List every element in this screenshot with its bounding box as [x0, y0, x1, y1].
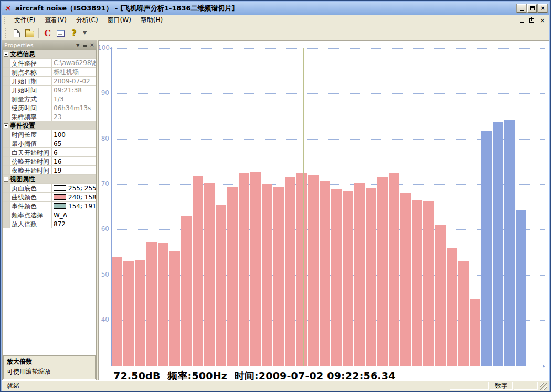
- spectrum-bar[interactable]: [423, 201, 434, 366]
- property-row[interactable]: 曲线颜色240; 158; 158: [3, 193, 96, 202]
- spectrum-bar[interactable]: [435, 225, 446, 366]
- property-value[interactable]: C:\awa6298\机场: [52, 59, 96, 67]
- spectrum-bar[interactable]: [169, 251, 180, 366]
- crosshair-vertical-line[interactable]: [303, 48, 304, 366]
- event-bar[interactable]: [516, 210, 526, 366]
- menu-help[interactable]: 帮助(H): [136, 14, 167, 26]
- menu-window[interactable]: 窗口(W): [103, 14, 136, 26]
- spectrum-bar[interactable]: [285, 177, 295, 366]
- panel-pin-icon[interactable]: [83, 43, 87, 47]
- property-value[interactable]: 栎社机场: [52, 68, 96, 76]
- property-row[interactable]: 文件路径C:\awa6298\机场: [3, 59, 96, 68]
- spectrum-bar[interactable]: [193, 176, 203, 366]
- panel-dropdown-icon[interactable]: ▼: [76, 43, 80, 48]
- properties-panel-header[interactable]: Properties ▼ ×: [2, 40, 97, 50]
- property-value[interactable]: 872: [52, 219, 96, 228]
- spectrum-bar[interactable]: [331, 189, 342, 366]
- property-row[interactable]: 测点名称栎社机场: [3, 68, 96, 77]
- menu-analysis[interactable]: 分析(C): [71, 14, 103, 26]
- spectrum-bar[interactable]: [458, 261, 469, 366]
- spectrum-bar[interactable]: [123, 261, 134, 366]
- spectrum-bar[interactable]: [447, 248, 457, 366]
- crosshair-horizontal-line[interactable]: [111, 173, 545, 173]
- property-value[interactable]: 255; 255; 255: [52, 184, 96, 192]
- property-row[interactable]: 开始日期2009-07-02: [3, 77, 96, 86]
- property-row[interactable]: 夜晚开始时间19: [3, 166, 96, 175]
- property-row[interactable]: 放大倍数872: [3, 219, 96, 228]
- event-bar[interactable]: [504, 120, 515, 366]
- collapse-icon[interactable]: [4, 52, 8, 57]
- spectrum-bar[interactable]: [181, 216, 192, 366]
- property-value[interactable]: W_A: [52, 210, 96, 219]
- collapse-icon[interactable]: [4, 123, 8, 128]
- panel-close-icon[interactable]: ×: [90, 43, 94, 48]
- collapse-icon[interactable]: [4, 177, 8, 182]
- property-row[interactable]: 白天开始时间6: [3, 148, 96, 157]
- spectrum-bar[interactable]: [389, 173, 399, 366]
- property-section-header[interactable]: 视图属性: [3, 175, 96, 184]
- menu-view[interactable]: 查看(V): [40, 14, 71, 26]
- property-row[interactable]: 测量方式1/3: [3, 94, 96, 103]
- property-row[interactable]: 频率点选择W_A: [3, 210, 96, 219]
- spectrum-bar[interactable]: [377, 177, 388, 366]
- spectrum-bar[interactable]: [135, 260, 145, 366]
- maximize-button[interactable]: [527, 4, 537, 13]
- property-value[interactable]: 06h34m13s: [52, 103, 96, 112]
- spectrum-bar[interactable]: [204, 183, 215, 366]
- help-button[interactable]: ?: [68, 27, 80, 39]
- menu-file[interactable]: 文件(F): [9, 14, 40, 26]
- open-file-button[interactable]: [24, 27, 36, 39]
- spectrum-bar[interactable]: [273, 187, 284, 366]
- spectrum-bar[interactable]: [470, 299, 480, 366]
- toolbar-overflow-button[interactable]: ▼: [82, 31, 88, 35]
- property-row[interactable]: 经历时间06h34m13s: [3, 103, 96, 112]
- property-value[interactable]: 23: [52, 112, 96, 121]
- mdi-restore-icon[interactable]: [529, 18, 534, 23]
- property-value[interactable]: 16: [52, 157, 96, 165]
- spectrum-bar[interactable]: [354, 183, 365, 366]
- property-row[interactable]: 事件颜色154; 191; 184: [3, 202, 96, 210]
- property-row[interactable]: 最小阈值65: [3, 139, 96, 148]
- spectrum-bar[interactable]: [400, 193, 411, 366]
- close-button[interactable]: ×: [538, 4, 547, 13]
- property-row[interactable]: 采样频率23: [3, 112, 96, 121]
- analysis-c-button[interactable]: C: [41, 27, 54, 39]
- title-bar[interactable]: ✈ aircraft noise（ISO3891） - [飞机噪声分析1-183…: [2, 2, 549, 15]
- spectrum-bar[interactable]: [320, 181, 330, 366]
- property-value[interactable]: 154; 191; 184: [52, 202, 96, 210]
- spectrum-bar[interactable]: [239, 173, 249, 366]
- properties-button[interactable]: [55, 27, 67, 39]
- property-value[interactable]: 19: [52, 166, 96, 174]
- spectrum-bar[interactable]: [227, 187, 238, 366]
- spectrum-bar[interactable]: [250, 172, 261, 366]
- property-row[interactable]: 时间长度100: [3, 130, 96, 139]
- property-value[interactable]: 2009-07-02: [52, 77, 96, 85]
- spectrum-bar[interactable]: [412, 200, 422, 366]
- event-bar[interactable]: [493, 122, 503, 366]
- property-section-header[interactable]: 文档信息: [3, 50, 96, 59]
- spectrum-bar[interactable]: [112, 257, 122, 366]
- property-value[interactable]: 65: [52, 139, 96, 147]
- property-row[interactable]: 开始时间09:21:38: [3, 86, 96, 94]
- property-value[interactable]: 1/3: [52, 94, 96, 103]
- mdi-close-icon[interactable]: ×: [539, 17, 545, 24]
- property-row[interactable]: 傍晚开始时间16: [3, 157, 96, 166]
- spectrum-bar[interactable]: [158, 243, 168, 366]
- spectrum-bar[interactable]: [296, 173, 307, 366]
- property-value[interactable]: 240; 158; 158: [52, 193, 96, 201]
- minimize-button[interactable]: [517, 4, 526, 13]
- spectrum-bar[interactable]: [262, 184, 272, 366]
- spectrum-bar[interactable]: [216, 205, 226, 366]
- property-value[interactable]: 100: [52, 130, 96, 139]
- property-section-header[interactable]: 事件设置: [3, 121, 96, 130]
- new-document-button[interactable]: [10, 27, 23, 39]
- spectrum-bar[interactable]: [366, 188, 376, 366]
- spectrum-chart[interactable]: 10090807060504072.50dB 频率:500Hz 时间:2009-…: [98, 40, 549, 380]
- spectrum-bar[interactable]: [146, 242, 157, 366]
- event-bar[interactable]: [481, 131, 492, 366]
- property-value[interactable]: 6: [52, 148, 96, 156]
- resize-grip[interactable]: [540, 383, 547, 390]
- property-row[interactable]: 页面底色255; 255; 255: [3, 184, 96, 193]
- property-value[interactable]: 09:21:38: [52, 86, 96, 94]
- spectrum-bar[interactable]: [343, 191, 353, 366]
